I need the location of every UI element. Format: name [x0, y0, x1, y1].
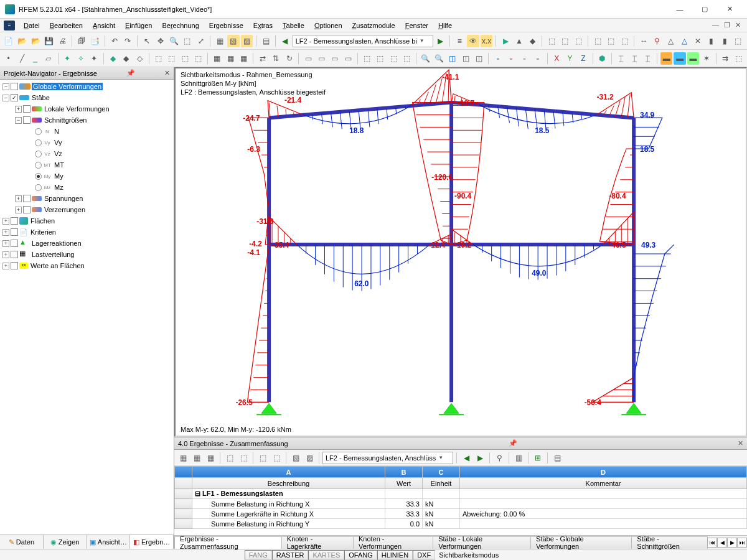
results-on-icon[interactable]: 👁	[467, 35, 479, 47]
menu-fenster[interactable]: Fenster	[400, 21, 433, 30]
radio-vy[interactable]	[35, 139, 42, 146]
tree-collapse-icon[interactable]: −	[15, 117, 22, 124]
axx-icon[interactable]: X	[551, 52, 563, 65]
radio-mz[interactable]	[35, 184, 42, 191]
tree-expand-icon[interactable]: +	[2, 263, 9, 269]
col-hdr-blank[interactable]	[175, 478, 192, 489]
menu-optionen[interactable]: Optionen	[309, 21, 347, 30]
tree-checkbox[interactable]	[11, 217, 18, 225]
mdi-restore-icon[interactable]: ❐	[724, 21, 730, 29]
tab-first-icon[interactable]: ⏮	[707, 538, 717, 548]
status-ofang[interactable]: OFANG	[344, 550, 377, 560]
render-icon[interactable]: ▧	[227, 35, 240, 47]
nav-tab-ergebnisse[interactable]: ◧Ergebn…	[130, 535, 174, 549]
line-icon[interactable]: ╱	[16, 52, 27, 65]
menu-bearbeiten[interactable]: Bearbeiten	[45, 21, 88, 30]
t2y-icon[interactable]: 🔍	[420, 52, 431, 65]
col-einheit[interactable]: Einheit	[423, 478, 460, 489]
radio-n[interactable]	[35, 128, 42, 135]
sec2-icon[interactable]: ⌶	[628, 52, 640, 65]
tree-checkbox[interactable]: ✓	[11, 94, 18, 101]
axz-icon[interactable]: Z	[577, 52, 589, 65]
render2-icon[interactable]: ▨	[241, 35, 253, 47]
tree-schnittgroessen[interactable]: Schnittgrößen	[43, 116, 88, 124]
t2q-icon[interactable]: ▭	[302, 52, 314, 65]
tab-staebe-globale[interactable]: Stäbe - Globale Verformungen	[530, 536, 632, 549]
tree-lokale-verformungen[interactable]: Lokale Verformungen	[43, 105, 111, 113]
t2e-icon[interactable]: ◆	[120, 52, 132, 65]
rtb-next-icon[interactable]: ▶	[474, 452, 486, 464]
col-kommentar[interactable]: Kommentar	[460, 478, 747, 489]
tree-globale-verformungen[interactable]: Globale Verformungen	[32, 83, 103, 90]
persp-icon[interactable]: ◫	[459, 52, 471, 65]
tree-werte-an-flaechen[interactable]: Werte an Flächen	[29, 262, 86, 269]
misc6-icon[interactable]: ⬚	[605, 35, 618, 47]
mdi-close-icon[interactable]: ✕	[735, 21, 741, 29]
status-hlinien[interactable]: HLINIEN	[377, 550, 413, 560]
misc11-icon[interactable]: ✕	[692, 35, 704, 47]
rtb-8-icon[interactable]: ▧	[289, 452, 302, 464]
t2k-icon[interactable]: ▦	[211, 52, 223, 65]
menu-datei[interactable]: Datei	[19, 21, 45, 30]
zoom-win-icon[interactable]: ⬚	[181, 35, 194, 47]
iso2-icon[interactable]: ▫	[532, 52, 543, 65]
mdi-minimize-icon[interactable]: —	[712, 21, 719, 29]
col-letter-d[interactable]: D	[460, 467, 747, 478]
nav-tab-daten[interactable]: ✎Daten	[0, 535, 44, 549]
status-raster[interactable]: RASTER	[272, 550, 309, 560]
surf-icon[interactable]: ▱	[42, 52, 54, 65]
tree-force-vy[interactable]: Vy	[53, 139, 63, 146]
tree-checkbox[interactable]	[23, 105, 31, 113]
tree-checkbox[interactable]	[23, 195, 31, 202]
pin-icon[interactable]: 📌	[126, 69, 135, 77]
t2v-icon[interactable]: ⬚	[374, 52, 386, 65]
yz-icon[interactable]: ▫	[505, 52, 517, 65]
node-icon[interactable]: •	[2, 52, 14, 65]
menu-hilfe[interactable]: Hilfe	[433, 21, 457, 30]
misc14-icon[interactable]: ⬚	[732, 35, 745, 47]
tree-flaechen[interactable]: Flächen	[29, 217, 56, 225]
tree-checkbox[interactable]	[11, 262, 18, 269]
t2a-icon[interactable]: ✦	[61, 52, 73, 65]
t2n-icon[interactable]: ⇄	[256, 52, 268, 65]
end2-icon[interactable]: ⬚	[733, 52, 745, 65]
pointer-icon[interactable]: ↖	[141, 35, 153, 47]
misc5-icon[interactable]: ⬚	[573, 35, 585, 47]
iso-icon[interactable]: ◫	[446, 52, 458, 65]
rtb-9-icon[interactable]: ▨	[303, 452, 316, 464]
results-vals-icon[interactable]: x.x	[481, 35, 493, 47]
col-letter-b[interactable]: B	[385, 467, 423, 478]
undo-icon[interactable]: ↶	[108, 35, 121, 47]
tab-staebe-lokale[interactable]: Stäbe - Lokale Verformungen	[433, 536, 531, 549]
axy-icon[interactable]: Y	[564, 52, 576, 65]
misc8-icon[interactable]: ⚲	[651, 35, 664, 47]
results-grid[interactable]: A B C D Beschreibung Wert Einheit Kommen…	[174, 466, 747, 535]
calc-icon[interactable]: ≡	[453, 35, 466, 47]
tree-checkbox[interactable]	[11, 251, 18, 258]
col-beschreibung[interactable]: Beschreibung	[192, 478, 385, 489]
misc9-icon[interactable]: △	[665, 35, 677, 47]
status-dxf[interactable]: DXF	[413, 550, 435, 560]
tree-expand-icon[interactable]: +	[2, 251, 9, 258]
copy-icon[interactable]: 🗐	[75, 35, 88, 47]
rtb-col-icon[interactable]: ▥	[512, 452, 525, 464]
tree-kriterien[interactable]: Kriterien	[29, 228, 57, 236]
col-wert[interactable]: Wert	[385, 478, 423, 489]
rtb-7-icon[interactable]: ⬚	[270, 452, 283, 464]
tree-checkbox[interactable]	[23, 116, 31, 124]
tree-verzerrungen[interactable]: Verzerrungen	[43, 206, 87, 213]
tree-checkbox[interactable]	[23, 206, 31, 213]
lc-next-icon[interactable]: ▶	[435, 35, 447, 47]
grid-icon[interactable]: ▦	[214, 35, 226, 47]
t2d-icon[interactable]: ◆	[107, 52, 119, 65]
tree-expand-icon[interactable]: +	[15, 106, 22, 113]
tab-prev-icon[interactable]: ◀	[717, 538, 727, 548]
new-icon[interactable]: 📄	[2, 35, 15, 47]
tree-expand-icon[interactable]: +	[15, 195, 22, 202]
col-letter-c[interactable]: C	[423, 467, 460, 478]
t2o-icon[interactable]: ⇅	[270, 52, 282, 65]
move-icon[interactable]: ✥	[154, 35, 167, 47]
tree-collapse-icon[interactable]: −	[2, 95, 9, 101]
t2p-icon[interactable]: ↻	[283, 52, 295, 65]
zoom-icon[interactable]: 🔍	[167, 35, 180, 47]
